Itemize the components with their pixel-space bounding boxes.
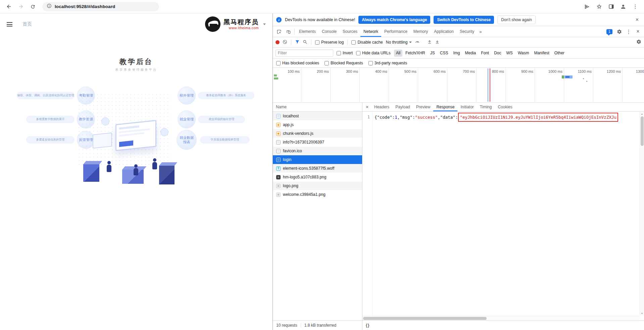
- request-row[interactable]: hm-logo5.a107c883.png: [273, 173, 362, 181]
- record-icon[interactable]: [276, 40, 280, 44]
- issues-counter-icon[interactable]: 1: [606, 29, 612, 34]
- network-overview-timeline[interactable]: 100 ms200 ms300 ms400 ms500 ms600 ms700 …: [273, 68, 644, 103]
- type-filter-fetch-xhr[interactable]: Fetch/XHR: [403, 50, 427, 57]
- site-info-icon[interactable]: [47, 3, 52, 10]
- vertical-scrollbar-thumb[interactable]: [641, 116, 644, 146]
- vertical-scrollbar[interactable]: ▲ ▼: [640, 112, 644, 316]
- disable-cache-input[interactable]: [351, 40, 356, 45]
- third-party-requests-checkbox[interactable]: 3rd-party requests: [368, 61, 407, 65]
- request-row[interactable]: favicon.ico: [273, 147, 362, 155]
- third-party-requests-input[interactable]: [368, 61, 373, 65]
- hide-data-urls-input[interactable]: [356, 51, 360, 55]
- inspect-element-icon[interactable]: [274, 26, 284, 37]
- sidebar-toggle-icon[interactable]: [7, 22, 12, 26]
- type-filter-media[interactable]: Media: [463, 50, 478, 57]
- type-filter-img[interactable]: Img: [451, 50, 462, 57]
- hide-data-urls-checkbox[interactable]: Hide data URLs: [356, 51, 391, 55]
- chevron-down-icon[interactable]: [263, 23, 266, 25]
- throttling-select[interactable]: No throttling: [386, 40, 412, 45]
- request-row[interactable]: localhost: [273, 112, 362, 120]
- tab-network[interactable]: Network: [360, 26, 381, 37]
- back-button[interactable]: [3, 1, 14, 12]
- tab-application[interactable]: Application: [431, 26, 457, 37]
- match-language-button[interactable]: Always match Chrome's language: [358, 16, 430, 24]
- scroll-up-icon[interactable]: ▲: [641, 112, 643, 116]
- browser-menu-icon[interactable]: ⋮: [630, 1, 641, 12]
- scroll-down-icon[interactable]: ▼: [641, 311, 643, 316]
- devtools-settings-gear-icon[interactable]: [614, 26, 624, 37]
- export-har-icon[interactable]: [435, 40, 440, 45]
- disable-cache-checkbox[interactable]: Disable cache: [351, 40, 383, 45]
- network-conditions-icon[interactable]: [415, 39, 420, 45]
- network-settings-gear-icon[interactable]: [636, 39, 641, 45]
- preserve-log-input[interactable]: [315, 40, 319, 45]
- type-filter-js[interactable]: JS: [428, 50, 437, 57]
- infobar-close-icon[interactable]: ×: [634, 16, 641, 23]
- request-row[interactable]: logo.png: [273, 181, 362, 190]
- reload-button[interactable]: [28, 1, 38, 12]
- blocked-requests-checkbox[interactable]: Blocked Requests: [325, 61, 363, 65]
- type-filter-all[interactable]: All: [394, 50, 402, 57]
- tab-performance[interactable]: Performance: [381, 26, 410, 37]
- type-filter-font[interactable]: Font: [479, 50, 491, 57]
- response-viewer[interactable]: 1 {"code":1,"msg":"success","data":"eyJh…: [362, 112, 644, 316]
- tab-cookies[interactable]: Cookies: [495, 103, 515, 111]
- share-icon[interactable]: [582, 1, 592, 12]
- more-tabs-icon[interactable]: »: [477, 26, 484, 37]
- switch-devtools-chinese-button[interactable]: Switch DevTools to Chinese: [434, 16, 494, 24]
- tab-elements[interactable]: Elements: [296, 26, 319, 37]
- profile-avatar[interactable]: [618, 1, 629, 12]
- tab-console[interactable]: Console: [319, 26, 340, 37]
- request-row[interactable]: chunk-vendors.js: [273, 129, 362, 138]
- type-filter-other[interactable]: Other: [552, 50, 566, 57]
- brand-block[interactable]: 黑马程序员 www.itheima.com: [205, 16, 266, 32]
- side-panel-icon[interactable]: [606, 1, 616, 12]
- tab-timing[interactable]: Timing: [477, 103, 495, 111]
- tab-preview[interactable]: Preview: [413, 103, 434, 111]
- devtools-menu-icon[interactable]: ⋮: [624, 26, 633, 37]
- blocked-requests-input[interactable]: [325, 61, 329, 65]
- tab-response[interactable]: Response: [433, 103, 457, 111]
- devtools-close-icon[interactable]: ×: [633, 26, 643, 37]
- request-row[interactable]: app.js: [273, 120, 362, 129]
- filter-funnel-icon[interactable]: [295, 40, 300, 45]
- search-icon[interactable]: [303, 40, 307, 45]
- request-row-selected[interactable]: login: [273, 155, 362, 164]
- invert-checkbox[interactable]: Invert: [337, 51, 353, 55]
- forward-button[interactable]: [15, 1, 26, 12]
- tab-sources[interactable]: Sources: [340, 26, 360, 37]
- chevron-down-icon: [409, 42, 412, 43]
- type-filter-doc[interactable]: Doc: [492, 50, 503, 57]
- feature-desc: 请假、休假、调岗、以及流程化协同认证管理: [17, 92, 75, 99]
- tab-security[interactable]: Security: [457, 26, 477, 37]
- preserve-log-checkbox[interactable]: Preserve log: [315, 40, 344, 45]
- has-blocked-cookies-input[interactable]: [276, 61, 281, 65]
- horizontal-scrollbar[interactable]: [362, 316, 640, 320]
- hero-subtitle: 教学事务管理服务平台: [0, 68, 273, 72]
- has-blocked-cookies-checkbox[interactable]: Has blocked cookies: [276, 61, 319, 65]
- clear-icon[interactable]: [283, 40, 287, 45]
- type-filter-ws[interactable]: WS: [504, 50, 515, 57]
- request-row[interactable]: Telement-icons.535877f5.woff: [273, 164, 362, 173]
- dont-show-again-button[interactable]: Don't show again: [497, 15, 536, 24]
- address-bar[interactable]: localhost:9528/#/dashboard: [42, 2, 159, 11]
- filter-input[interactable]: [276, 50, 333, 57]
- import-har-icon[interactable]: [427, 40, 432, 45]
- tab-memory[interactable]: Memory: [410, 26, 431, 37]
- breadcrumb[interactable]: 首页: [22, 21, 32, 27]
- close-detail-icon[interactable]: ×: [363, 103, 371, 111]
- request-row[interactable]: welcome.c39845a1.png: [273, 190, 362, 199]
- tab-headers[interactable]: Headers: [371, 103, 392, 111]
- bookmark-star-icon[interactable]: [594, 1, 604, 12]
- type-filter-wasm[interactable]: Wasm: [516, 50, 531, 57]
- invert-input[interactable]: [337, 51, 341, 55]
- tab-initiator[interactable]: Initiator: [457, 103, 477, 111]
- tab-payload[interactable]: Payload: [392, 103, 413, 111]
- horizontal-scrollbar-thumb[interactable]: [363, 317, 487, 320]
- request-row[interactable]: info?t=1673012006397: [273, 138, 362, 147]
- format-button[interactable]: {}: [366, 323, 369, 328]
- device-toolbar-icon[interactable]: [284, 26, 293, 37]
- type-filter-manifest[interactable]: Manifest: [532, 50, 551, 57]
- type-filter-css[interactable]: CSS: [438, 50, 450, 57]
- name-column-header[interactable]: Name: [273, 103, 362, 112]
